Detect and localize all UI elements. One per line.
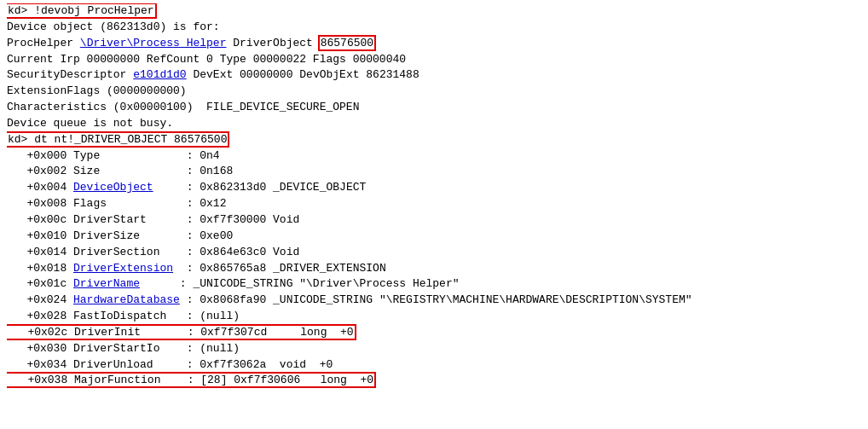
link-hardwaredatabase[interactable]: HardwareDatabase xyxy=(73,293,180,306)
field-drivername: +0x01c DriverName : _UNICODE_STRING "\Dr… xyxy=(7,276,868,293)
field-driverstartio: +0x030 DriverStartIo : (null) xyxy=(7,341,868,357)
output-line-extflags: ExtensionFlags (0000000000) xyxy=(7,84,868,100)
highlight-majorfunction: +0x038 MajorFunction : [28] 0xf7f30606 l… xyxy=(7,374,374,386)
output-line-device: Device object (862313d0) is for: xyxy=(7,20,868,36)
link-driverextension[interactable]: DriverExtension xyxy=(73,262,173,275)
output-line-security: SecurityDescriptor e101d1d0 DevExt 00000… xyxy=(7,67,868,84)
highlight-driverinit: +0x02c DriverInit : 0xf7f307cd long +0 xyxy=(7,326,355,339)
command-highlight-2: kd> dt nt!_DRIVER_OBJECT 86576500 xyxy=(7,133,228,146)
link-deviceobject[interactable]: DeviceObject xyxy=(73,181,153,194)
field-type: +0x000 Type : 0n4 xyxy=(7,148,868,165)
command-line-1: kd> !devobj ProcHelper xyxy=(7,3,868,20)
field-driversection: +0x014 DriverSection : 0x864e63c0 Void xyxy=(7,245,868,261)
link-drivername[interactable]: DriverName xyxy=(73,277,140,290)
output-line-irp: Current Irp 00000000 RefCount 0 Type 000… xyxy=(7,52,868,68)
command-line-2: kd> dt nt!_DRIVER_OBJECT 86576500 xyxy=(7,132,868,148)
link-e101d1d0[interactable]: e101d1d0 xyxy=(133,68,186,81)
field-driverinit: +0x02c DriverInit : 0xf7f307cd long +0 xyxy=(7,325,868,341)
field-driversize: +0x010 DriverSize : 0xe00 xyxy=(7,229,868,245)
field-fastiodispatch: +0x028 FastIoDispatch : (null) xyxy=(7,309,868,325)
field-driverstart: +0x00c DriverStart : 0xf7f30000 Void xyxy=(7,212,868,229)
output-line-queue: Device queue is not busy. xyxy=(7,116,868,132)
command-highlight-1: kd> !devobj ProcHelper xyxy=(7,4,155,17)
field-size: +0x002 Size : 0n168 xyxy=(7,164,868,180)
field-hardwaredatabase: +0x024 HardwareDatabase : 0x8068fa90 _UN… xyxy=(7,293,868,309)
field-driverextension: +0x018 DriverExtension : 0x865765a8 _DRI… xyxy=(7,261,868,277)
link-driver-process-helper[interactable]: \Driver\Process Helper xyxy=(80,37,227,49)
address-highlight-86576500: 86576500 xyxy=(320,37,374,49)
output-line-prochelper: ProcHelper \Driver\Process Helper Driver… xyxy=(7,36,868,52)
field-driverunload: +0x034 DriverUnload : 0xf7f3062a void +0 xyxy=(7,357,868,374)
field-flags: +0x008 Flags : 0x12 xyxy=(7,196,868,212)
terminal-window: kd> !devobj ProcHelper Device object (86… xyxy=(7,3,868,429)
field-deviceobject: +0x004 DeviceObject : 0x862313d0 _DEVICE… xyxy=(7,180,868,196)
output-line-characteristics: Characteristics (0x00000100) FILE_DEVICE… xyxy=(7,100,868,116)
field-majorfunction: +0x038 MajorFunction : [28] 0xf7f30606 l… xyxy=(7,373,868,389)
